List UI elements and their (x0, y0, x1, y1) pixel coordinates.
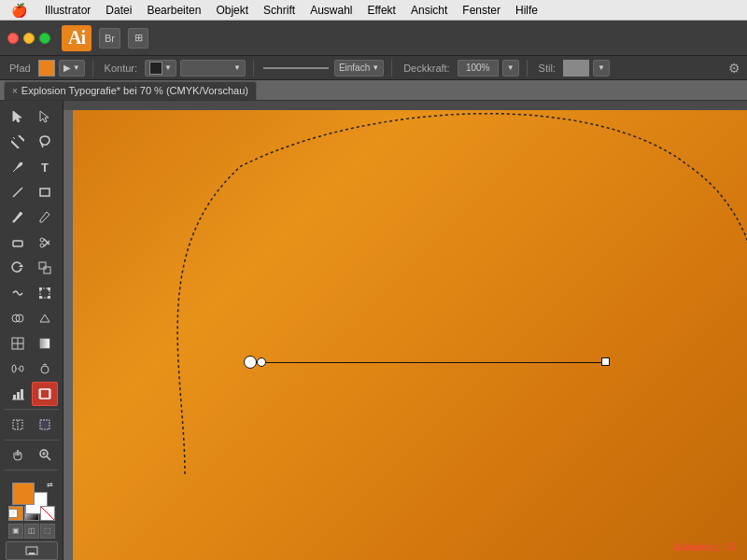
options-bar: Pfad ▶ ▼ Kontur: ▼ ▼ Einfach ▼ Deckkraft… (0, 56, 747, 80)
slice-tool[interactable] (5, 413, 31, 437)
magic-wand-tool[interactable] (5, 130, 31, 154)
bridge-button[interactable]: Br (99, 28, 120, 49)
swap-colors-button[interactable]: ⇄ (46, 481, 55, 490)
fill-swatch[interactable] (38, 60, 55, 77)
symbol-sprayer-tool[interactable] (32, 357, 58, 381)
transform-tools-row (5, 256, 58, 280)
svg-rect-44 (29, 553, 35, 554)
paintbrush-tool[interactable] (5, 205, 31, 230)
stroke-color-icon (149, 62, 162, 75)
menu-bearbeiten[interactable]: Bearbeiten (139, 4, 208, 17)
shape-tools-row (5, 180, 58, 204)
menu-fenster[interactable]: Fenster (455, 4, 508, 17)
type-tool[interactable]: T (32, 155, 58, 179)
anchor-point[interactable] (257, 357, 266, 367)
mesh-tool[interactable] (5, 331, 31, 356)
column-chart-tool[interactable] (5, 382, 31, 406)
svg-rect-18 (48, 296, 50, 299)
selection-tool[interactable] (5, 105, 31, 129)
menu-datei[interactable]: Datei (98, 4, 139, 17)
svg-rect-29 (13, 395, 16, 399)
rect-tool[interactable] (32, 180, 58, 204)
stroke-width-dropdown[interactable]: ▼ (180, 60, 246, 77)
titlebar: Ai Br ⊞ (0, 21, 747, 56)
hand-tool[interactable] (5, 442, 31, 467)
main-area: T (0, 101, 747, 560)
slice-select-tool[interactable] (32, 413, 58, 437)
handle-line (250, 362, 605, 363)
menu-schrift[interactable]: Schrift (256, 4, 303, 17)
tab-title: Explosion Typografie* bei 70 % (CMYK/Vor… (21, 85, 248, 96)
opacity-label: Deckkraft: (400, 63, 454, 74)
svg-point-8 (40, 244, 44, 247)
shape-builder-tool[interactable] (5, 306, 31, 330)
eraser-tool[interactable] (5, 231, 31, 255)
none-mode-button[interactable] (40, 506, 55, 521)
menu-effekt[interactable]: Effekt (359, 4, 402, 17)
opacity-dropdown[interactable]: ▼ (502, 60, 519, 77)
path-outline-svg (73, 110, 747, 560)
screen-mode-button[interactable] (6, 541, 58, 560)
svg-rect-6 (13, 241, 22, 246)
svg-point-28 (41, 366, 49, 373)
free-transform-tool[interactable] (32, 281, 58, 305)
rotate-tool[interactable] (5, 256, 31, 280)
stroke-style-dropdown[interactable]: Einfach ▼ (334, 60, 384, 77)
svg-rect-17 (39, 296, 42, 299)
direct-selection-tool[interactable] (32, 105, 58, 129)
pen-tool[interactable] (5, 155, 31, 179)
svg-rect-15 (39, 287, 42, 290)
minimize-button[interactable] (23, 33, 35, 44)
mesh-tools-row (5, 331, 58, 356)
line-tool[interactable] (5, 180, 31, 204)
arrange-button[interactable]: ⊞ (128, 28, 148, 49)
back-draw-button[interactable]: ◫ (24, 524, 39, 539)
builder-tools-row (5, 306, 58, 330)
tab-close-button[interactable]: × (12, 86, 18, 96)
handle-right-square[interactable] (601, 357, 610, 366)
fill-dropdown[interactable]: ▶ ▼ (59, 60, 85, 77)
pen-tools-row: T (5, 155, 58, 179)
zoom-tool[interactable] (32, 442, 58, 467)
stil-swatch[interactable] (563, 60, 589, 77)
close-button[interactable] (7, 33, 19, 44)
inside-draw-button[interactable]: ⬚ (40, 524, 55, 539)
options-gear[interactable]: ⚙ (726, 61, 741, 76)
maximize-button[interactable] (39, 33, 50, 44)
normal-draw-button[interactable]: ▣ (8, 524, 23, 539)
menu-illustrator[interactable]: Illustrator (37, 4, 98, 17)
menu-items-container: Datei Bearbeiten Objekt Schrift Auswahl … (98, 4, 545, 17)
stroke-color-dropdown[interactable]: ▼ (145, 60, 176, 77)
svg-line-4 (13, 188, 22, 197)
brush-tools-row (5, 205, 58, 230)
reset-colors-button[interactable]: ↺ (8, 509, 18, 518)
menu-objekt[interactable]: Objekt (208, 4, 256, 17)
document-tab[interactable]: × Explosion Typografie* bei 70 % (CMYK/V… (4, 81, 257, 100)
svg-point-26 (20, 366, 23, 371)
handle-left-circle[interactable] (244, 356, 257, 369)
perspective-tool[interactable] (32, 306, 58, 330)
artboard-tool[interactable] (32, 382, 58, 406)
kontur-label: Kontur: (101, 63, 141, 74)
svg-rect-16 (48, 287, 50, 290)
opacity-arrow: ▼ (507, 63, 514, 72)
apple-menu[interactable]: 🍎 (0, 3, 37, 18)
menu-hilfe[interactable]: Hilfe (508, 4, 545, 17)
warp-tool[interactable] (5, 281, 31, 305)
blend-tool[interactable] (5, 357, 31, 381)
stroke-color-arrow: ▼ (164, 63, 172, 72)
gradient-tool[interactable] (32, 331, 58, 356)
menu-ansicht[interactable]: Ansicht (403, 4, 455, 17)
foreground-color-swatch[interactable] (12, 483, 35, 505)
menu-auswahl[interactable]: Auswahl (303, 4, 359, 17)
opacity-input[interactable]: 100% (458, 60, 499, 77)
stil-dropdown[interactable]: ▼ (593, 60, 610, 77)
scale-tool[interactable] (32, 256, 58, 280)
lasso-tool[interactable] (32, 130, 58, 154)
svg-point-25 (12, 365, 16, 372)
svg-rect-33 (40, 389, 49, 399)
ruler-top (63, 101, 747, 110)
svg-marker-11 (19, 264, 23, 267)
pencil-tool[interactable] (32, 205, 58, 230)
scissors-tool[interactable] (32, 231, 58, 255)
